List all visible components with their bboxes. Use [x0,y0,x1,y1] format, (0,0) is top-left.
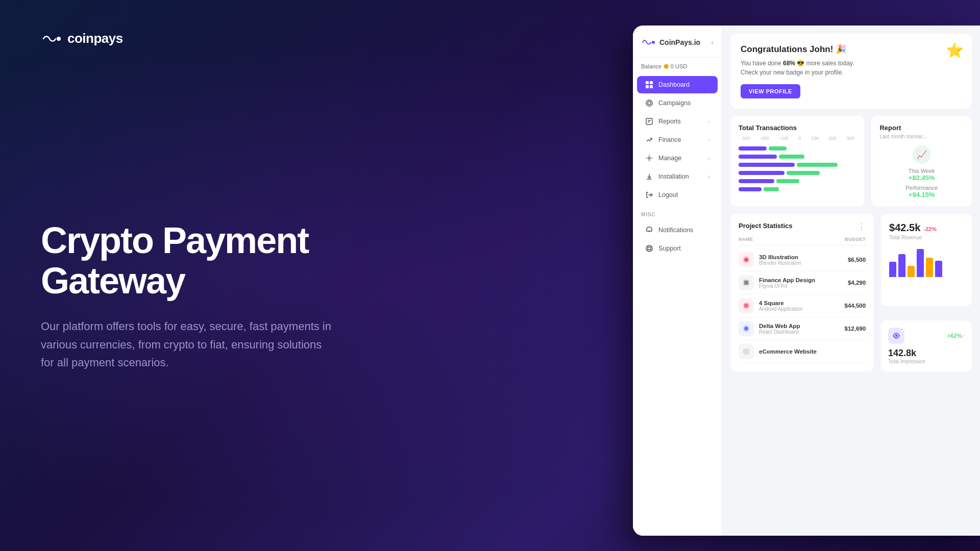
sidebar-item-finance[interactable]: Finance › [637,131,718,148]
impression-top: +62%↑ [888,328,965,344]
svg-point-27 [895,335,898,337]
list-item: Finance App Design Figma UI Kit $4,290 [739,271,866,294]
bar-row-4 [739,170,856,176]
project-icon-finance [739,275,754,290]
sidebar: CoinPays.io ‹ Balance ⬟ 0 USD Dashboard [633,26,722,536]
rev-bar-2 [898,254,905,277]
svg-point-19 [744,258,748,262]
sidebar-item-installation[interactable]: Installation › [637,168,718,185]
rev-bar-3 [908,266,915,277]
sidebar-dashboard-label: Dashboard [658,81,690,88]
rev-bar-4 [917,249,924,277]
left-panel: coinpays Crypto Payment Gateway Our plat… [0,0,398,551]
svg-line-15 [650,246,651,247]
sidebar-brand-icon [641,38,655,47]
sidebar-item-reports[interactable]: Reports › [637,113,718,130]
revenue-change: -22% [923,226,937,232]
dashboard-wrapper: CoinPays.io ‹ Balance ⬟ 0 USD Dashboard [633,26,980,536]
svg-line-14 [647,246,648,247]
bar-row-1 [739,146,856,151]
project-stats-header: Project Statistics ⋮ [739,222,866,232]
project-more-icon[interactable]: ⋮ [857,222,866,232]
report-mini: 📈 This Week +82.45% Performance +94.15% [879,145,964,198]
sidebar-installation-label: Installation [658,173,689,180]
report-performance-label: Performance [905,185,938,191]
impression-label: Total Impression [888,359,965,364]
report-performance-value: +94.15% [909,191,935,198]
star-badge: ⭐ [946,42,964,59]
svg-point-6 [646,100,652,106]
project-icon-4square [739,298,754,313]
sidebar-item-campaigns[interactable]: Campaigns [637,94,718,112]
impression-value: 142.8k [888,348,965,359]
list-item: eCommerce Website [739,340,866,363]
project-icon-ecommerce [739,344,754,359]
svg-line-16 [647,249,648,251]
svg-point-7 [648,102,651,105]
sidebar-brand-text: CoinPays.io [659,38,700,46]
project-stats-title: Project Statistics [739,222,793,230]
svg-rect-8 [646,118,652,124]
sidebar-item-support[interactable]: Support [637,240,718,257]
list-item: 3D Illustration Blender Illustration $6,… [739,248,866,271]
bar-axis: -300-200-1000100200300 [739,136,856,141]
svg-rect-4 [646,85,649,88]
sidebar-notifications-label: Notifications [658,227,693,234]
sidebar-manage-label: Manage [658,155,681,162]
revenue-label: Total Revenue [889,235,964,240]
project-info-ecommerce: eCommerce Website [759,348,817,355]
report-week-label: This Week [909,168,935,174]
balance-value: 0 USD [671,63,687,69]
right-column: $42.5k -22% Total Revenue [881,214,972,371]
sidebar-item-manage[interactable]: Manage › [637,149,718,167]
sidebar-item-notifications[interactable]: Notifications [637,221,718,239]
notifications-icon [645,226,653,234]
congrats-title: Congratulations John! 🎉 [741,44,962,55]
svg-point-25 [744,327,748,331]
impression-icon [888,328,904,344]
rev-bar-5 [926,258,933,277]
bar-row-6 [739,187,856,192]
logo: coinpays [41,31,123,46]
main-content: Congratulations John! 🎉 You have done 68… [722,26,980,536]
rev-bar-6 [935,261,942,277]
installation-arrow-icon: › [708,174,709,180]
congrats-text: You have done 68% 😎 more sales today. Ch… [741,59,962,77]
finance-arrow-icon: › [708,137,709,143]
hero-subtitle: Our platform offers tools for easy, secu… [41,317,337,371]
svg-rect-2 [646,81,649,84]
bottom-row: Project Statistics ⋮ NAME BUDGET [730,214,972,371]
list-item: 4 Square Android Application $44,500 [739,294,866,317]
sidebar-reports-label: Reports [658,118,681,125]
bar-row-3 [739,162,856,167]
reports-arrow-icon: › [708,119,709,124]
report-card: Report Last month transac... 📈 This Week… [871,116,972,207]
project-icon-delta [739,321,754,336]
sidebar-toggle-icon[interactable]: ‹ [711,38,714,46]
campaigns-icon [645,99,653,107]
svg-point-1 [652,41,655,44]
project-icon-3d [739,252,754,267]
svg-rect-3 [650,81,653,84]
impression-card: +62%↑ 142.8k Total Impression [881,320,972,371]
report-subtitle: Last month transac... [879,134,964,139]
sidebar-campaigns-label: Campaigns [658,99,691,107]
svg-line-17 [650,249,651,251]
svg-point-11 [648,157,650,159]
hero-title: Crypto Payment Gateway [41,220,357,301]
sidebar-item-dashboard[interactable]: Dashboard [637,76,718,93]
svg-rect-5 [650,85,653,88]
report-week-value: +82.45% [909,174,935,182]
reports-icon [645,117,653,126]
logo-text: coinpays [67,31,123,46]
project-stats-card: Project Statistics ⋮ NAME BUDGET [730,214,874,371]
transactions-title: Total Transactions [739,124,856,132]
sidebar-item-logout[interactable]: Logout [637,186,718,204]
transactions-card: Total Transactions -300-200-100010020030… [730,116,864,207]
revenue-amount: $42.5k [889,222,920,234]
sidebar-finance-label: Finance [658,136,681,143]
finance-icon [645,136,653,144]
sidebar-brand: CoinPays.io ‹ [633,34,722,58]
project-table-header: NAME BUDGET [739,237,866,245]
view-profile-button[interactable]: VIEW PROFILE [741,84,800,98]
